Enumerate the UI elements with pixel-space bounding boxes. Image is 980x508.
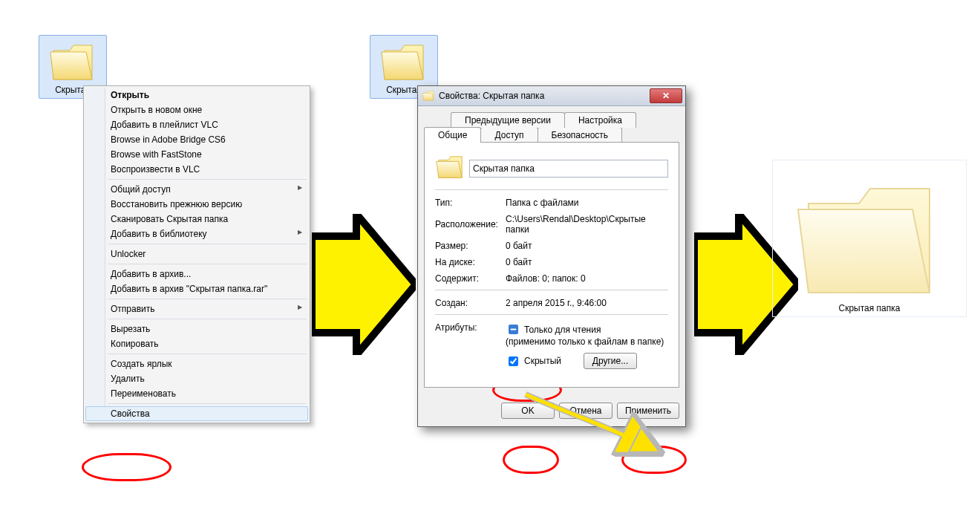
checkbox-hidden[interactable]: Скрытый [506,354,561,368]
other-button[interactable]: Другие... [584,353,637,369]
label-contains: Содержит: [435,273,506,284]
highlight-ring-properties [82,453,172,481]
ctx-library-add[interactable]: Добавить в библиотеку [85,227,308,241]
label-size-on-disk: На диске: [435,257,506,267]
ctx-vlc-playlist[interactable]: Добавить в плейлист VLC [85,117,308,132]
tab-previous-versions[interactable]: Предыдущие версии [451,112,565,128]
tab-security[interactable]: Безопасность [538,127,623,143]
properties-dialog: Свойства: Скрытая папка ✕ Предыдущие вер… [417,85,686,427]
apply-button[interactable]: Применить [617,403,679,419]
value-location: C:\Users\Rendal\Desktop\Скрытые папки [506,214,668,235]
dialog-titlebar[interactable]: Свойства: Скрытая папка ✕ [418,86,685,106]
checkbox-hidden-input[interactable] [509,356,518,366]
tab-sharing[interactable]: Доступ [480,127,538,143]
ctx-share[interactable]: Общий доступ [85,182,308,197]
value-size: 0 байт [506,241,668,251]
value-created: 2 апреля 2015 г., 9:46:00 [506,298,668,308]
ctx-unlocker[interactable]: Unlocker [85,247,308,261]
desktop-folder-right[interactable]: Скрытая папка [772,160,967,317]
checkbox-readonly-input[interactable] [509,325,518,334]
value-contains: Файлов: 0; папок: 0 [506,273,668,284]
dialog-title-text: Свойства: Скрытая папка [439,91,544,101]
ctx-archive-add-rar[interactable]: Добавить в архив "Скрытая папка.rar" [85,281,308,296]
ctx-cut[interactable]: Вырезать [85,322,308,336]
label-size: Размер: [435,241,506,251]
label-created: Создан: [435,298,506,308]
checkbox-readonly-label: Только для чтения [524,325,601,335]
folder-icon [422,90,434,102]
ctx-faststone[interactable]: Browse with FastStone [85,147,308,162]
folder-label: Скрытая папка [780,303,958,313]
ctx-adobe-bridge[interactable]: Browse in Adobe Bridge CS6 [85,132,308,147]
highlight-ring-apply [621,446,687,474]
highlight-ring-ok [503,446,559,474]
value-type: Папка с файлами [506,198,668,208]
folder-icon [49,39,97,83]
folder-name-input[interactable] [469,160,668,178]
folder-icon [795,168,944,302]
checkbox-readonly[interactable]: Только для чтения [506,322,601,336]
folder-icon [435,153,469,183]
label-type: Тип: [435,198,506,208]
tab-general[interactable]: Общие [424,127,481,143]
ctx-vlc-play[interactable]: Воспроизвести в VLC [85,162,308,177]
ctx-scan[interactable]: Сканировать Скрытая папка [85,212,308,227]
label-location: Расположение: [435,219,506,229]
folder-icon [380,39,428,83]
value-size-on-disk: 0 байт [506,257,668,267]
tab-customize[interactable]: Настройка [564,112,636,128]
tab-page-general: Тип:Папка с файлами Расположение:C:\User… [424,142,679,388]
readonly-note: (применимо только к файлам в папке) [506,336,664,347]
checkbox-hidden-label: Скрытый [524,356,561,366]
ctx-delete[interactable]: Удалить [85,371,308,386]
ctx-archive-add[interactable]: Добавить в архив... [85,267,308,281]
ctx-open[interactable]: Открыть [85,88,308,102]
label-attributes: Атрибуты: [435,322,506,333]
cancel-button[interactable]: Отмена [559,403,612,419]
ctx-send-to[interactable]: Отправить [85,302,308,316]
ctx-shortcut[interactable]: Создать ярлык [85,356,308,371]
context-menu: Открыть Открыть в новом окне Добавить в … [83,85,310,423]
ctx-properties[interactable]: Свойства [85,406,308,421]
close-button[interactable]: ✕ [650,88,682,103]
step-arrow-1 [312,214,416,355]
ctx-rename[interactable]: Переименовать [85,386,308,401]
ok-button[interactable]: OK [501,403,555,419]
dialog-buttons: OK Отмена Применить [418,395,685,426]
ctx-restore-prev[interactable]: Восстановить прежнюю версию [85,197,308,212]
ctx-copy[interactable]: Копировать [85,336,308,351]
ctx-open-new-window[interactable]: Открыть в новом окне [85,102,308,117]
close-icon: ✕ [662,91,670,101]
